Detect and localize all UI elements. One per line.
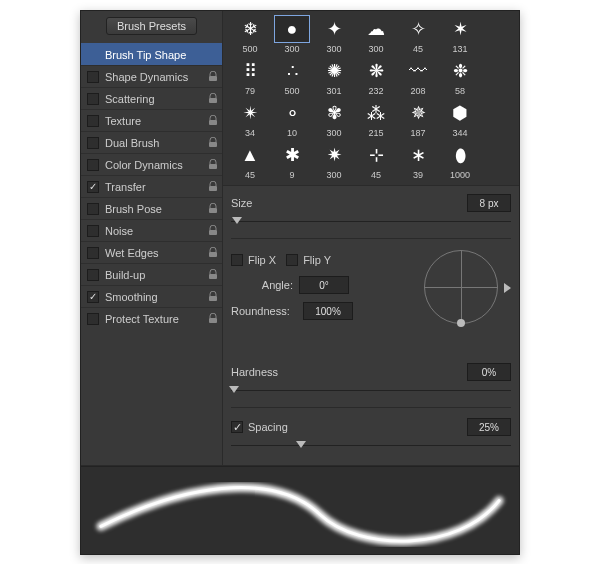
sidebar-item-color-dynamics[interactable]: Color Dynamics xyxy=(81,153,222,175)
sidebar-item-dual-brush[interactable]: Dual Brush xyxy=(81,131,222,153)
brush-size-caption: 301 xyxy=(326,86,341,96)
size-label: Size xyxy=(231,197,299,209)
brush-thumb[interactable]: ∴500 xyxy=(271,57,313,99)
spacing-value[interactable]: 25% xyxy=(467,418,511,436)
hardness-slider-knob[interactable] xyxy=(229,386,239,393)
sidebar-item-build-up[interactable]: Build-up xyxy=(81,263,222,285)
lock-icon xyxy=(208,159,218,170)
brush-size-caption: 39 xyxy=(413,170,423,180)
brush-thumb[interactable]: ✧45 xyxy=(397,15,439,57)
sidebar-item-label: Dual Brush xyxy=(105,137,204,149)
size-row: Size 8 px xyxy=(231,192,511,214)
brush-glyph-icon: ☁ xyxy=(367,20,385,38)
lock-icon xyxy=(208,93,218,104)
brush-thumb[interactable]: ✵187 xyxy=(397,99,439,141)
brush-thumb[interactable]: ⬮1000 xyxy=(439,141,481,183)
hardness-value[interactable]: 0% xyxy=(467,363,511,381)
sidebar-item-texture[interactable]: Texture xyxy=(81,109,222,131)
sidebar-item-brush-pose[interactable]: Brush Pose xyxy=(81,197,222,219)
spacing-checkbox[interactable]: ✓ xyxy=(231,421,243,433)
brush-size-caption: 9 xyxy=(289,170,294,180)
dial-handle-icon[interactable] xyxy=(457,319,465,327)
brush-glyph-icon: ✦ xyxy=(327,20,342,38)
brush-size-caption: 34 xyxy=(245,128,255,138)
sidebar-item-noise[interactable]: Noise xyxy=(81,219,222,241)
brush-thumb[interactable]: ✱9 xyxy=(271,141,313,183)
brush-size-caption: 187 xyxy=(410,128,425,138)
sidebar-checkbox[interactable]: ✓ xyxy=(87,181,99,193)
brush-thumb[interactable]: ⁂215 xyxy=(355,99,397,141)
brush-thumb[interactable]: ⠿79 xyxy=(229,57,271,99)
size-value[interactable]: 8 px xyxy=(467,194,511,212)
sidebar-item-shape-dynamics[interactable]: Shape Dynamics xyxy=(81,65,222,87)
brush-thumb[interactable]: ✶131 xyxy=(439,15,481,57)
brush-thumb[interactable]: ✷300 xyxy=(313,141,355,183)
flip-x-checkbox[interactable] xyxy=(231,254,243,266)
brush-glyph-icon: ∴ xyxy=(287,62,298,80)
brush-size-caption: 300 xyxy=(368,44,383,54)
brush-thumb[interactable]: ▲45 xyxy=(229,141,271,183)
sidebar-checkbox[interactable]: ✓ xyxy=(87,291,99,303)
brush-thumb[interactable]: ✾300 xyxy=(313,99,355,141)
size-slider[interactable] xyxy=(231,218,511,226)
flip-y-checkbox[interactable] xyxy=(286,254,298,266)
size-slider-knob[interactable] xyxy=(232,217,242,224)
brush-thumb[interactable]: ☁300 xyxy=(355,15,397,57)
angle-dial[interactable] xyxy=(421,247,505,331)
brush-thumb[interactable]: ⬢344 xyxy=(439,99,481,141)
brush-thumb[interactable]: 〰208 xyxy=(397,57,439,99)
brush-thumb[interactable]: ∗39 xyxy=(397,141,439,183)
sidebar-checkbox[interactable] xyxy=(87,269,99,281)
brush-thumb[interactable]: ❉58 xyxy=(439,57,481,99)
sidebar-items: Brush Tip ShapeShape DynamicsScatteringT… xyxy=(81,43,222,329)
sidebar-checkbox[interactable] xyxy=(87,313,99,325)
brush-size-caption: 10 xyxy=(287,128,297,138)
brush-size-caption: 300 xyxy=(326,128,341,138)
lock-icon xyxy=(208,137,218,148)
sidebar-item-wet-edges[interactable]: Wet Edges xyxy=(81,241,222,263)
brush-thumb[interactable]: ✴34 xyxy=(229,99,271,141)
sidebar-checkbox[interactable] xyxy=(87,225,99,237)
sidebar-checkbox[interactable] xyxy=(87,71,99,83)
brush-presets-button[interactable]: Brush Presets xyxy=(106,17,197,35)
hardness-row: Hardness 0% xyxy=(231,361,511,383)
sidebar-checkbox[interactable] xyxy=(87,115,99,127)
brush-thumb[interactable]: ❄500 xyxy=(229,15,271,57)
brush-size-caption: 45 xyxy=(245,170,255,180)
brush-glyph-icon: ✷ xyxy=(327,146,342,164)
sidebar-checkbox[interactable] xyxy=(87,247,99,259)
sidebar-checkbox[interactable] xyxy=(87,203,99,215)
sidebar-item-label: Build-up xyxy=(105,269,204,281)
brush-thumb[interactable]: ❋232 xyxy=(355,57,397,99)
roundness-value[interactable]: 100% xyxy=(303,302,353,320)
sidebar-checkbox[interactable] xyxy=(87,137,99,149)
brush-thumb[interactable]: ⊹45 xyxy=(355,141,397,183)
sidebar-item-brush-tip-shape[interactable]: Brush Tip Shape xyxy=(81,43,222,65)
brush-glyph-icon: ✶ xyxy=(453,20,468,38)
brush-panel: Brush Presets Brush Tip ShapeShape Dynam… xyxy=(80,10,520,555)
sidebar-item-protect-texture[interactable]: Protect Texture xyxy=(81,307,222,329)
svg-rect-2 xyxy=(209,120,217,125)
spacing-slider-knob[interactable] xyxy=(296,441,306,448)
sidebar-checkbox[interactable] xyxy=(87,159,99,171)
sidebar-item-scattering[interactable]: Scattering xyxy=(81,87,222,109)
brush-stroke-preview xyxy=(81,466,519,554)
sidebar-item-smoothing[interactable]: ✓Smoothing xyxy=(81,285,222,307)
brush-thumb[interactable]: ✺301 xyxy=(313,57,355,99)
brush-size-caption: 500 xyxy=(284,86,299,96)
brush-thumb[interactable]: ●300 xyxy=(271,15,313,57)
brush-size-caption: 344 xyxy=(452,128,467,138)
brush-glyph-icon: ▲ xyxy=(241,146,259,164)
brush-thumb[interactable]: ⚬10 xyxy=(271,99,313,141)
sidebar-item-label: Shape Dynamics xyxy=(105,71,204,83)
brush-glyph-icon: ✾ xyxy=(327,104,342,122)
hardness-slider[interactable] xyxy=(231,387,511,395)
brush-thumbnail-grid[interactable]: ❄500●300✦300☁300✧45✶131⠿79∴500✺301❋232〰2… xyxy=(223,11,519,186)
svg-rect-3 xyxy=(209,142,217,147)
spacing-label: Spacing xyxy=(248,421,288,433)
brush-thumb[interactable]: ✦300 xyxy=(313,15,355,57)
sidebar-item-transfer[interactable]: ✓Transfer xyxy=(81,175,222,197)
angle-value[interactable]: 0° xyxy=(299,276,349,294)
sidebar-checkbox[interactable] xyxy=(87,93,99,105)
spacing-slider[interactable] xyxy=(231,442,511,450)
